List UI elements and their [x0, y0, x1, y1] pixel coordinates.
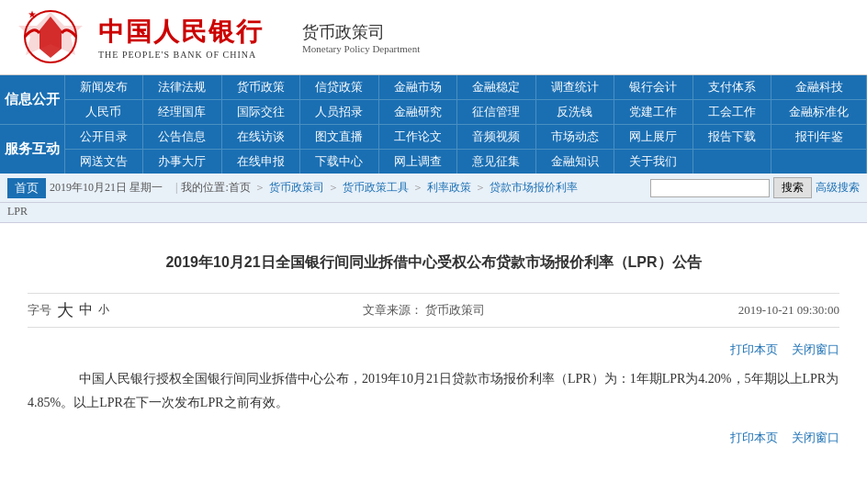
- nav-item-doc[interactable]: 网送文告: [64, 150, 143, 174]
- nav-item-hall[interactable]: 办事大厅: [143, 150, 222, 174]
- main-nav: 信息公开 新闻发布 法律法规 货币政策 信贷政策 金融市场 金融稳定 调查统计 …: [0, 75, 867, 174]
- nav-item-payment[interactable]: 支付体系: [692, 75, 771, 100]
- breadcrumb-separator: |: [175, 181, 177, 195]
- nav-item-finmkt[interactable]: 金融市场: [378, 75, 457, 100]
- page-header: 中国人民银行 THE PEOPLE'S BANK OF CHINA 货币政策司 …: [0, 0, 867, 75]
- nav-item-finresearch[interactable]: 金融研究: [378, 100, 457, 125]
- nav-item-interview[interactable]: 在线访谈: [221, 125, 300, 150]
- position-label: 我的位置:首页: [181, 180, 250, 196]
- nav-item-party[interactable]: 党建工作: [614, 100, 693, 125]
- nav-item-law[interactable]: 法律法规: [143, 75, 222, 100]
- dept-name-en: Monetary Policy Department: [302, 43, 420, 54]
- dept-name-cn: 货币政策司: [302, 21, 420, 43]
- nav-row-4: 网送文告 办事大厅 在线申报 下载中心 网上调查 意见征集 金融知识 关于我们: [0, 150, 867, 174]
- nav-item-reports[interactable]: 报告下载: [692, 125, 771, 150]
- nav-item-news[interactable]: 新闻发布: [64, 75, 143, 100]
- nav-item-survey[interactable]: 调查统计: [535, 75, 614, 100]
- nav-item-treasury[interactable]: 经理国库: [143, 100, 222, 125]
- nav-item-online[interactable]: 在线申报: [221, 150, 300, 174]
- logo-text-area: 中国人民银行 THE PEOPLE'S BANK OF CHINA: [98, 15, 264, 60]
- nav-item-credit[interactable]: 信贷政策: [300, 75, 379, 100]
- nav-item-survey2[interactable]: 网上调查: [378, 150, 457, 174]
- article-title: 2019年10月21日全国银行间同业拆借中心受权公布贷款市场报价利率（LPR）公…: [28, 251, 839, 274]
- nav-item-exhibition[interactable]: 网上展厅: [614, 125, 693, 150]
- nav-item-aml[interactable]: 反洗钱: [535, 100, 614, 125]
- nav-item-market[interactable]: 市场动态: [535, 125, 614, 150]
- nav-item-fintech[interactable]: 金融科技: [771, 75, 867, 100]
- article-top-actions: 打印本页 关闭窗口: [28, 342, 839, 358]
- search-area: 搜索 高级搜索: [650, 177, 860, 198]
- breadcrumb-lpr-sub: LPR: [0, 203, 867, 223]
- logo-area: 中国人民银行 THE PEOPLE'S BANK OF CHINA 货币政策司 …: [14, 7, 420, 67]
- search-input[interactable]: [650, 179, 770, 197]
- article-body: 中国人民银行授权全国银行间同业拆借中心公布，2019年10月21日贷款市场报价利…: [28, 367, 839, 416]
- article-datetime: 2019-10-21 09:30:00: [738, 303, 839, 318]
- source-label: 文章来源：: [363, 303, 422, 317]
- article-source: 文章来源： 货币政策司: [363, 302, 485, 319]
- nav-side-info: 信息公开: [0, 75, 64, 125]
- print-bottom-link[interactable]: 打印本页: [730, 430, 778, 446]
- nav-item-yearbook[interactable]: 报刊年鉴: [771, 125, 867, 150]
- font-size-control: 字号 大 中 小: [28, 299, 109, 321]
- close-top-link[interactable]: 关闭窗口: [792, 342, 839, 358]
- nav-item-audio[interactable]: 音频视频: [457, 125, 536, 150]
- breadcrumb-monetary-tools[interactable]: 货币政策工具: [343, 180, 409, 196]
- dept-area: 货币政策司 Monetary Policy Department: [302, 21, 420, 54]
- font-label: 字号: [28, 302, 51, 319]
- nav-item-union[interactable]: 工会工作: [692, 100, 771, 125]
- nav-item-finstandard[interactable]: 金融标准化: [771, 100, 867, 125]
- bank-name-cn: 中国人民银行: [98, 15, 264, 50]
- nav-item-intl[interactable]: 国际交往: [221, 100, 300, 125]
- article-bottom-actions: 打印本页 关闭窗口: [28, 430, 839, 446]
- source-value: 货币政策司: [425, 303, 485, 317]
- search-button[interactable]: 搜索: [773, 177, 812, 198]
- nav-item-notice[interactable]: 公告信息: [143, 125, 222, 150]
- font-medium-btn[interactable]: 中: [79, 301, 93, 319]
- nav-row-1: 信息公开 新闻发布 法律法规 货币政策 信贷政策 金融市场 金融稳定 调查统计 …: [0, 75, 867, 100]
- nav-item-about[interactable]: 关于我们: [614, 150, 693, 174]
- breadcrumb-rate-policy[interactable]: 利率政策: [427, 180, 471, 196]
- nav-item-feedback[interactable]: 意见征集: [457, 150, 536, 174]
- nav-item-finstab[interactable]: 金融稳定: [457, 75, 536, 100]
- font-small-btn[interactable]: 小: [98, 302, 109, 318]
- bank-name-en: THE PEOPLE'S BANK OF CHINA: [98, 50, 264, 60]
- print-top-link[interactable]: 打印本页: [730, 342, 778, 358]
- breadcrumb-lpr[interactable]: 贷款市场报价利率: [490, 180, 578, 196]
- nav-item-catalog[interactable]: 公开目录: [64, 125, 143, 150]
- nav-item-download[interactable]: 下载中心: [300, 150, 379, 174]
- nav-side-service: 服务互动: [0, 125, 64, 174]
- main-content: 2019年10月21日全国银行间同业拆借中心受权公布贷款市场报价利率（LPR）公…: [0, 223, 867, 465]
- nav-item-rmb[interactable]: 人民币: [64, 100, 143, 125]
- breadcrumb-bar: 首页 2019年10月21日 星期一 | 我的位置:首页 ＞ 货币政策司 ＞ 货…: [0, 174, 867, 203]
- nav-item-finknow[interactable]: 金融知识: [535, 150, 614, 174]
- font-large-btn[interactable]: 大: [57, 299, 73, 321]
- nav-item-credit-mgmt[interactable]: 征信管理: [457, 100, 536, 125]
- breadcrumb-date: 2019年10月21日 星期一: [50, 180, 163, 196]
- nav-row-2: 人民币 经理国库 国际交往 人员招录 金融研究 征信管理 反洗钱 党建工作 工会…: [0, 100, 867, 125]
- close-bottom-link[interactable]: 关闭窗口: [792, 430, 839, 446]
- advanced-search-link[interactable]: 高级搜索: [816, 180, 860, 196]
- nav-row-3: 服务互动 公开目录 公告信息 在线访谈 图文直播 工作论文 音频视频 市场动态 …: [0, 125, 867, 150]
- article-meta: 字号 大 中 小 文章来源： 货币政策司 2019-10-21 09:30:00: [28, 293, 839, 328]
- nav-table: 信息公开 新闻发布 法律法规 货币政策 信贷政策 金融市场 金融稳定 调查统计 …: [0, 75, 867, 174]
- nav-item-paper[interactable]: 工作论文: [378, 125, 457, 150]
- nav-item-recruit[interactable]: 人员招录: [300, 100, 379, 125]
- nav-item-accounting[interactable]: 银行会计: [614, 75, 693, 100]
- nav-item-monetary[interactable]: 货币政策: [221, 75, 300, 100]
- breadcrumb-monetary-dept[interactable]: 货币政策司: [269, 180, 324, 196]
- nav-item-broadcast[interactable]: 图文直播: [300, 125, 379, 150]
- bank-emblem-icon: [14, 7, 87, 67]
- home-button[interactable]: 首页: [7, 178, 46, 198]
